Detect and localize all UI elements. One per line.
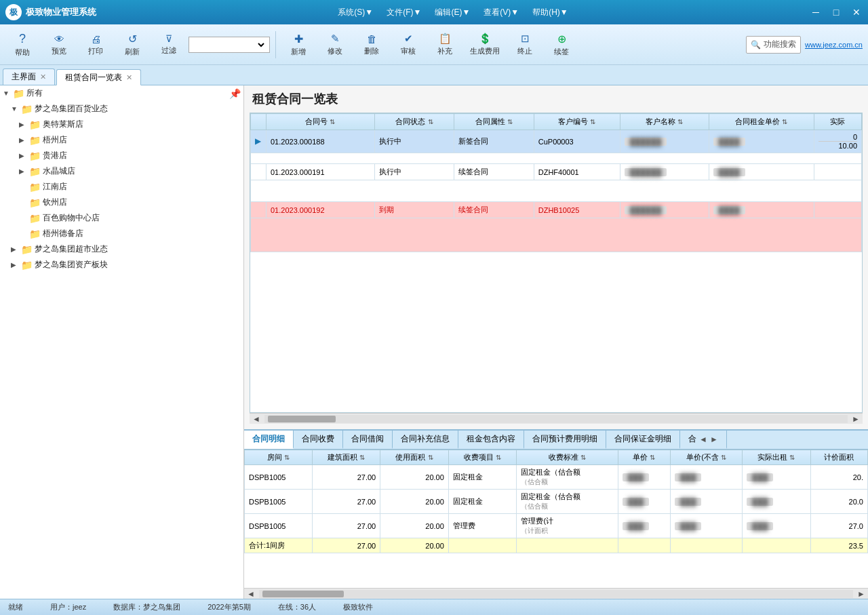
table-row[interactable] — [251, 153, 862, 164]
tree-item-root[interactable]: ▼ 📁 所有 — [0, 85, 243, 101]
col-status-header[interactable]: 合同状态 ⇅ — [374, 114, 454, 130]
col-room-header[interactable]: 房间 ⇅ — [245, 450, 313, 465]
table-row[interactable] — [251, 218, 862, 252]
renew-button[interactable]: ⊕ 续签 — [545, 28, 578, 62]
sort-contract-no[interactable]: ⇅ — [330, 118, 335, 125]
filter-button[interactable]: ⊽ 过滤 — [152, 28, 186, 62]
genfee-button[interactable]: 💲 生成费用 — [465, 28, 505, 62]
close-button[interactable]: ✕ — [850, 6, 863, 18]
col-actualrent-header[interactable]: 实际出租 ⇅ — [743, 450, 811, 465]
table-row[interactable]: 01.2023.000191 执行中 续签合同 DZHF40001 ██████… — [251, 164, 862, 180]
detail-hscroll-thumb[interactable] — [262, 591, 344, 597]
tab-zuijin[interactable]: 租金包含内容 — [458, 431, 524, 449]
maximize-button[interactable]: □ — [830, 6, 842, 18]
tree-item-baihuo[interactable]: ▼ 📁 梦之岛集团百货业态 — [0, 101, 243, 117]
contract-hscroll[interactable]: ◄ ► — [250, 413, 863, 424]
tab-he[interactable]: 合 ◄ ► — [680, 431, 727, 449]
preview-button[interactable]: 👁 预览 — [42, 28, 76, 62]
sidebar-pin-icon[interactable]: 📌 — [229, 88, 241, 99]
tab-contracts[interactable]: 租赁合同一览表 ✕ — [56, 69, 141, 85]
sort-room[interactable]: ⇅ — [284, 454, 290, 461]
col-actual-header[interactable]: 实际 — [814, 114, 861, 130]
print-button[interactable]: 🖨 打印 — [79, 28, 113, 62]
sort-type[interactable]: ⇅ — [507, 118, 513, 125]
tab-shoufe[interactable]: 合同收费 — [294, 431, 343, 449]
sort-unitnotax[interactable]: ⇅ — [721, 454, 726, 461]
delete-button[interactable]: 🗑 删除 — [355, 28, 389, 62]
tree-item-shuijing[interactable]: ▶ 📁 水晶城店 — [0, 163, 243, 179]
menu-view[interactable]: 查看(V)▼ — [484, 7, 519, 18]
tree-item-guigang[interactable]: ▶ 📁 贵港店 — [0, 148, 243, 163]
col-buildarea-header[interactable]: 建筑面积 ⇅ — [312, 450, 380, 465]
col-unitnotax-header[interactable]: 单价(不含 ⇅ — [671, 450, 743, 465]
col-usearea-header[interactable]: 使用面积 ⇅ — [380, 450, 449, 465]
tab-jieyue[interactable]: 合同借阅 — [343, 431, 393, 449]
sort-custname[interactable]: ⇅ — [677, 118, 683, 125]
col-type-header[interactable]: 合同属性 ⇅ — [454, 114, 534, 130]
sort-feestd[interactable]: ⇅ — [580, 454, 586, 461]
menu-edit[interactable]: 编辑(E)▼ — [435, 7, 470, 18]
col-unit-header[interactable]: 单价 ⇅ — [618, 450, 670, 465]
col-feeitem-header[interactable]: 收费项目 ⇅ — [448, 450, 517, 465]
tab-main[interactable]: 主界面 ✕ — [3, 68, 55, 85]
func-search-box[interactable]: 🔍 功能搜索 — [746, 36, 801, 54]
col-feestd-header[interactable]: 收费标准 ⇅ — [517, 450, 618, 465]
tab-buchong[interactable]: 合同补充信息 — [393, 431, 458, 449]
tree-item-jiangnan[interactable]: 📁 江南店 — [0, 179, 243, 195]
col-calcarea-header[interactable]: 计价面积 — [810, 450, 867, 465]
table-row[interactable]: 01.2023.000192 到期 续签合同 DZHB10025 ██████ … — [251, 202, 862, 218]
tab-contracts-close[interactable]: ✕ — [126, 73, 132, 82]
audit-button[interactable]: ✔ 审核 — [391, 28, 425, 62]
tree-item-baise[interactable]: 📁 百色购物中心店 — [0, 210, 243, 226]
detail-table-row[interactable]: DSPB1005 27.00 20.00 管理费 管理费(计 （计面积 ███ … — [245, 514, 868, 538]
col-unitprice-header[interactable]: 合同租金单价 ⇅ — [709, 114, 814, 130]
tree-item-wuzhoude[interactable]: 📁 梧州德备店 — [0, 226, 243, 241]
search-dropdown[interactable] — [192, 40, 267, 49]
help-button[interactable]: ? 帮助 — [5, 28, 39, 62]
detail-table-row-summary[interactable]: 合计:1间房 27.00 20.00 23.5 — [245, 538, 868, 553]
tab-baozheng[interactable]: 合同保证金明细 — [606, 431, 680, 449]
detail-table-wrap[interactable]: 房间 ⇅ 建筑面积 ⇅ 使用面积 ⇅ — [244, 450, 868, 588]
tree-item-zichan[interactable]: ▶ 📁 梦之岛集团资产板块 — [0, 257, 243, 273]
table-row[interactable] — [251, 180, 862, 202]
tree-item-qinzhou[interactable]: 📁 钦州店 — [0, 195, 243, 210]
minimize-button[interactable]: ─ — [810, 6, 822, 18]
detail-table-row[interactable]: DSPB1005 27.00 20.00 固定租金 固定租金（估合额 （估合额 … — [245, 490, 868, 514]
col-custname-header[interactable]: 客户名称 ⇅ — [620, 114, 709, 130]
contract-table-wrap[interactable]: 合同号 ⇅ 合同状态 ⇅ 合同属性 ⇅ — [250, 113, 863, 413]
detail-table-row[interactable]: DSPB1005 27.00 20.00 固定租金 固定租金（估合额 （估合额 … — [245, 465, 868, 490]
tab-mingxi[interactable]: 合同明细 — [244, 431, 294, 449]
tab-main-close[interactable]: ✕ — [40, 73, 46, 81]
tree-item-chaoshi[interactable]: ▶ 📁 梦之岛集团超市业态 — [0, 241, 243, 257]
refresh-button[interactable]: ↺ 刷新 — [115, 28, 149, 62]
hscroll-thumb[interactable] — [268, 416, 336, 422]
terminate-button[interactable]: ⊡ 终止 — [508, 28, 542, 62]
detail-nav-left[interactable]: ◄ — [699, 435, 707, 444]
sort-unitprice[interactable]: ⇅ — [782, 118, 787, 125]
sort-unit[interactable]: ⇅ — [650, 454, 655, 461]
website-link[interactable]: www.jeez.com.cn — [805, 41, 863, 49]
menu-file[interactable]: 文件(F)▼ — [387, 7, 421, 18]
detail-nav-right[interactable]: ► — [710, 435, 718, 444]
detail-hscroll[interactable]: ◄ ► — [244, 588, 868, 599]
col-contract-no-header[interactable]: 合同号 ⇅ — [267, 114, 375, 130]
detail-scroll-left[interactable]: ◄ — [244, 589, 258, 599]
tree-item-aotelaisi[interactable]: ▶ 📁 奥特莱斯店 — [0, 117, 243, 132]
tree-item-wuzhou[interactable]: ▶ 📁 梧州店 — [0, 132, 243, 148]
sort-custno[interactable]: ⇅ — [590, 118, 595, 125]
search-dropdown-box[interactable] — [189, 37, 270, 53]
edit-button[interactable]: ✎ 修改 — [318, 28, 352, 62]
menu-system[interactable]: 系统(S)▼ — [338, 7, 373, 18]
sort-status[interactable]: ⇅ — [428, 118, 433, 125]
scroll-right-arrow[interactable]: ► — [849, 414, 863, 424]
add-button[interactable]: ✚ 新增 — [281, 28, 315, 62]
detail-scroll-right[interactable]: ► — [854, 589, 868, 599]
scroll-left-arrow[interactable]: ◄ — [250, 414, 263, 424]
sort-usearea[interactable]: ⇅ — [428, 454, 433, 461]
sort-buildarea[interactable]: ⇅ — [359, 454, 365, 461]
menu-help[interactable]: 帮助(H)▼ — [532, 7, 568, 18]
sort-feeitem[interactable]: ⇅ — [496, 454, 501, 461]
supplement-button[interactable]: 📋 补充 — [428, 28, 462, 62]
sort-actualrent[interactable]: ⇅ — [789, 454, 795, 461]
tab-yuji[interactable]: 合同预计费用明细 — [524, 431, 606, 449]
